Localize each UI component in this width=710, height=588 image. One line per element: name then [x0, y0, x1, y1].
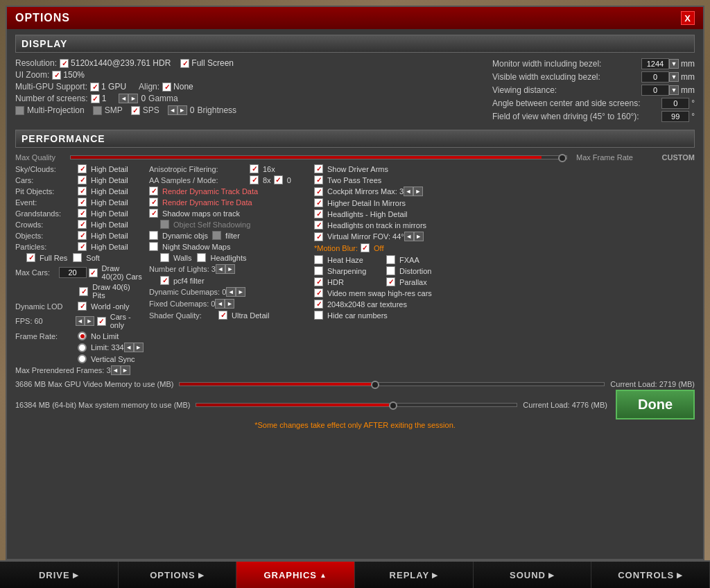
sharpening-cb[interactable] [314, 266, 323, 275]
parallax-cb[interactable] [386, 277, 395, 286]
self-shadow-cb[interactable] [160, 220, 169, 229]
crowds-cb[interactable] [78, 220, 87, 229]
render-tire-cb[interactable] [149, 198, 158, 207]
nav-graphics[interactable]: GRAPHICS ▲ [236, 562, 355, 588]
screens-checkbox[interactable]: 1 [91, 94, 107, 103]
num-lights-left[interactable]: ◄ [216, 264, 225, 274]
sys-mem-thumb[interactable] [389, 401, 397, 410]
limit-right[interactable]: ► [134, 343, 144, 352]
fxaa-cb[interactable] [386, 255, 395, 264]
headlights-high-cb[interactable] [314, 209, 323, 218]
cockpit-mirrors-right[interactable]: ► [413, 187, 423, 196]
video-mem-cb[interactable] [314, 288, 323, 297]
fullscreen-cb[interactable] [180, 59, 189, 68]
pit-cb[interactable] [78, 187, 87, 196]
nav-replay[interactable]: REPLAY ▶ [355, 562, 474, 588]
walls-cb[interactable] [160, 253, 169, 262]
heat-haze-cb[interactable] [314, 255, 323, 264]
gamma-left[interactable]: ◄ [119, 94, 128, 103]
screens-cb[interactable] [91, 94, 100, 103]
fps-left[interactable]: ◄ [76, 316, 85, 326]
soft-cb[interactable] [73, 253, 82, 262]
filter-cb[interactable] [212, 231, 221, 240]
max-cars-value[interactable]: 20 [59, 267, 87, 278]
nav-sound[interactable]: SOUND ▶ [474, 562, 592, 588]
event-cb[interactable] [78, 198, 87, 207]
motion-blur-cb[interactable] [361, 243, 370, 252]
visible-width-value[interactable]: 0 [641, 71, 669, 83]
fixed-cubemaps-right[interactable]: ► [225, 299, 234, 309]
nav-options[interactable]: OPTIONS ▶ [119, 562, 237, 588]
aa-mode-cb[interactable] [274, 175, 283, 184]
virtual-mirror-right[interactable]: ► [414, 232, 424, 241]
night-shadow-cb[interactable] [149, 242, 158, 251]
objects-cb[interactable] [78, 231, 87, 240]
viewing-dist-value[interactable]: 0 [641, 85, 669, 96]
num-lights-right[interactable]: ► [225, 264, 235, 274]
sps-cb[interactable] [131, 106, 140, 115]
fixed-cubemaps-left[interactable]: ◄ [215, 299, 225, 309]
grandstands-cb[interactable] [78, 209, 87, 218]
headlights-cb-2[interactable] [197, 253, 206, 262]
gpu-mem-thumb[interactable] [371, 381, 379, 389]
cockpit-mirrors-cb[interactable] [314, 187, 323, 196]
cars-only-cb[interactable] [97, 317, 106, 326]
brightness-right[interactable]: ► [178, 105, 187, 115]
resolution-cb[interactable] [60, 59, 69, 68]
two-pass-cb[interactable] [314, 175, 323, 184]
virtual-mirror-left[interactable]: ◄ [404, 232, 414, 241]
headlights-track-cb[interactable] [314, 220, 323, 230]
monitor-width-value[interactable]: 1244 [641, 58, 669, 69]
vsync-radio[interactable] [78, 354, 87, 363]
limit-left[interactable]: ◄ [124, 343, 134, 352]
shadow-maps-cb[interactable] [149, 209, 158, 218]
resolution-checkbox[interactable]: 5120x1440@239.761 HDR [60, 58, 171, 68]
multi-gpu-checkbox[interactable]: 1 GPU [90, 82, 126, 92]
dynamic-lod-cb[interactable] [78, 302, 87, 311]
angle-value[interactable]: 0 [661, 98, 689, 109]
prerendered-left[interactable]: ◄ [111, 365, 121, 375]
visible-width-spin[interactable]: ▼ [669, 72, 679, 82]
gpu-mem-slider[interactable] [179, 382, 605, 386]
hdr-cb[interactable] [314, 277, 323, 286]
fps-right[interactable]: ► [85, 316, 94, 326]
prerendered-right[interactable]: ► [121, 365, 130, 375]
fullres-cb[interactable] [26, 253, 35, 262]
sys-mem-slider[interactable] [196, 403, 517, 407]
fullscreen-checkbox[interactable]: Full Screen [180, 58, 234, 68]
align-checkbox[interactable]: None [162, 82, 193, 92]
particles-cb[interactable] [78, 242, 87, 251]
render-track-cb[interactable] [149, 187, 158, 196]
limit-radio[interactable] [78, 343, 87, 352]
quality-slider[interactable] [70, 155, 567, 159]
dynamic-cubemaps-left[interactable]: ◄ [226, 287, 236, 297]
monitor-width-spin[interactable]: ▼ [669, 59, 679, 69]
aa-cb[interactable] [250, 175, 259, 184]
fov-value[interactable]: 99 [661, 111, 689, 122]
pcf4-cb[interactable] [160, 276, 169, 285]
sky-cb[interactable] [78, 164, 87, 173]
car-textures-cb[interactable] [314, 300, 323, 309]
viewing-dist-spin[interactable]: ▼ [669, 85, 679, 95]
cockpit-mirrors-left[interactable]: ◄ [404, 187, 413, 196]
draw-pits-cb[interactable] [79, 287, 88, 296]
virtual-mirror-cb[interactable] [314, 232, 323, 241]
nav-drive[interactable]: DRIVE ▶ [0, 562, 119, 588]
dynamic-objs-cb[interactable] [149, 231, 158, 240]
close-button[interactable]: X [681, 11, 695, 25]
done-button[interactable]: Done [616, 390, 695, 420]
brightness-left[interactable]: ◄ [168, 105, 178, 115]
ui-zoom-cb[interactable] [52, 71, 61, 80]
cars-cb[interactable] [78, 175, 87, 184]
nav-controls[interactable]: CONTROLS ▶ [591, 562, 710, 588]
gamma-right[interactable]: ► [128, 94, 138, 103]
ui-zoom-checkbox[interactable]: 150% [52, 70, 85, 80]
hide-car-numbers-cb[interactable] [314, 311, 323, 320]
align-cb[interactable] [162, 83, 171, 92]
max-cars-cb[interactable] [89, 268, 98, 277]
aniso-cb[interactable] [250, 164, 259, 173]
quality-thumb[interactable] [558, 154, 566, 162]
higher-detail-mirrors-cb[interactable] [314, 198, 323, 207]
no-limit-radio[interactable] [78, 331, 87, 340]
shader-cb[interactable] [218, 311, 227, 320]
